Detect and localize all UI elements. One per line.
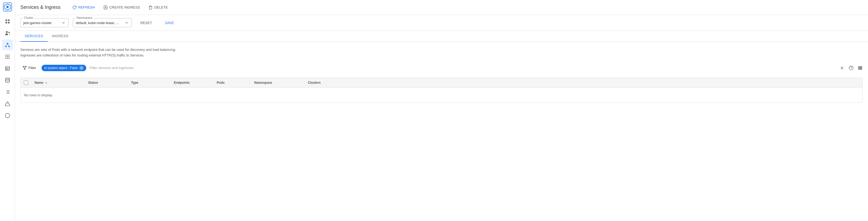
sidebar-icon-cluster[interactable] bbox=[2, 40, 13, 50]
sidebar-icon-apps[interactable] bbox=[2, 51, 13, 62]
namespace-select-wrapper: Namespace default, kube-node-lease, ... bbox=[73, 18, 132, 27]
reset-button[interactable]: RESET bbox=[136, 19, 156, 27]
svg-rect-4 bbox=[8, 20, 9, 21]
save-button[interactable]: SAVE bbox=[160, 19, 178, 27]
refresh-button[interactable]: REFRESH bbox=[69, 4, 98, 11]
delete-button[interactable]: DELETE bbox=[145, 4, 171, 11]
svg-point-10 bbox=[5, 46, 6, 47]
filter-chip: Is system object : False ✕ bbox=[41, 65, 86, 71]
svg-point-36 bbox=[5, 113, 10, 118]
cluster-select[interactable]: jest-games-cluster bbox=[20, 18, 69, 27]
svg-rect-21 bbox=[7, 58, 8, 59]
cluster-value: jest-games-cluster bbox=[23, 21, 52, 25]
svg-rect-23 bbox=[5, 67, 9, 71]
refresh-icon bbox=[72, 5, 76, 10]
cluster-label: Cluster bbox=[23, 16, 35, 19]
svg-point-9 bbox=[7, 43, 8, 44]
svg-rect-5 bbox=[5, 22, 7, 24]
svg-rect-47 bbox=[861, 66, 862, 70]
svg-rect-18 bbox=[7, 56, 8, 57]
data-table: Name Status Type Endpoints Pods bbox=[20, 78, 863, 103]
column-header-namespace[interactable]: Namespace bbox=[251, 81, 305, 84]
svg-rect-17 bbox=[5, 56, 6, 57]
table-header: Name Status Type Endpoints Pods bbox=[21, 78, 862, 88]
column-header-name[interactable]: Name bbox=[31, 81, 85, 84]
chevron-down-icon bbox=[61, 21, 66, 25]
sort-asc-icon bbox=[44, 81, 48, 84]
namespace-label: Namespace bbox=[75, 16, 93, 19]
svg-point-2 bbox=[6, 6, 8, 8]
column-header-clusters[interactable]: Clusters bbox=[305, 81, 862, 84]
sidebar-icon-list[interactable] bbox=[2, 87, 13, 98]
svg-line-13 bbox=[7, 44, 9, 46]
svg-rect-14 bbox=[5, 55, 6, 56]
app-logo[interactable] bbox=[3, 2, 12, 12]
plus-square-icon bbox=[103, 5, 108, 10]
namespace-select[interactable]: default, kube-node-lease, ... bbox=[73, 18, 132, 27]
header-actions: REFRESH CREATE INGRESS DELETE bbox=[69, 4, 171, 11]
toolbar: Cluster jest-games-cluster Namespace def… bbox=[15, 15, 868, 31]
main-content: Services & Ingress REFRESH CREATE INGRES… bbox=[15, 0, 868, 221]
sidebar bbox=[0, 0, 15, 221]
sidebar-icon-table[interactable] bbox=[2, 63, 13, 74]
svg-rect-3 bbox=[5, 20, 7, 21]
column-header-endpoints[interactable]: Endpoints bbox=[170, 81, 214, 84]
svg-point-8 bbox=[8, 32, 10, 33]
svg-rect-20 bbox=[5, 58, 6, 59]
header-checkbox-cell bbox=[21, 80, 31, 85]
description-text: Services are sets of Pods with a network… bbox=[20, 47, 181, 58]
svg-rect-15 bbox=[7, 55, 8, 56]
trash-icon bbox=[148, 5, 153, 10]
cluster-select-wrapper: Cluster jest-games-cluster bbox=[20, 18, 69, 27]
svg-marker-40 bbox=[23, 66, 26, 70]
filter-button[interactable]: Filter bbox=[20, 65, 38, 71]
filter-chip-text: Is system object : False bbox=[44, 66, 78, 70]
filter-row: Filter Is system object : False ✕ Filter… bbox=[20, 65, 863, 74]
page-header: Services & Ingress REFRESH CREATE INGRES… bbox=[15, 0, 868, 15]
sidebar-icon-users[interactable] bbox=[2, 28, 13, 39]
svg-rect-19 bbox=[8, 56, 9, 57]
help-icon[interactable] bbox=[849, 66, 854, 70]
columns-icon[interactable] bbox=[858, 66, 863, 70]
column-header-pods[interactable]: Pods bbox=[214, 81, 251, 84]
sidebar-icon-circle[interactable] bbox=[2, 110, 13, 121]
sidebar-icon-storage[interactable] bbox=[2, 75, 13, 86]
namespace-value: default, kube-node-lease, ... bbox=[76, 21, 119, 25]
filter-label: Filter bbox=[28, 66, 36, 70]
select-all-checkbox[interactable] bbox=[24, 80, 28, 85]
svg-rect-16 bbox=[8, 55, 9, 56]
create-ingress-button[interactable]: CREATE INGRESS bbox=[100, 4, 143, 11]
svg-point-27 bbox=[5, 78, 9, 79]
filter-icon bbox=[23, 66, 27, 70]
svg-point-11 bbox=[8, 46, 10, 47]
tab-services[interactable]: SERVICES bbox=[20, 31, 48, 42]
filter-chip-close[interactable]: ✕ bbox=[79, 66, 84, 70]
column-header-type[interactable]: Type bbox=[128, 81, 170, 84]
no-rows-message: No rows to display bbox=[21, 88, 862, 103]
column-header-status[interactable]: Status bbox=[85, 81, 128, 84]
svg-rect-22 bbox=[8, 58, 9, 59]
sidebar-icon-warning[interactable] bbox=[2, 99, 13, 109]
content-area: Services are sets of Pods with a network… bbox=[15, 42, 868, 221]
svg-rect-46 bbox=[860, 66, 861, 70]
close-icon[interactable] bbox=[840, 66, 844, 70]
sidebar-icon-dashboard[interactable] bbox=[2, 16, 13, 27]
svg-rect-45 bbox=[858, 66, 860, 70]
tab-ingress[interactable]: INGRESS bbox=[48, 31, 73, 42]
filter-placeholder[interactable]: Filter services and ingresses bbox=[90, 66, 134, 70]
tab-bar: SERVICES INGRESS bbox=[15, 31, 868, 42]
svg-line-12 bbox=[6, 44, 7, 46]
filter-actions bbox=[840, 66, 863, 70]
chevron-down-icon bbox=[125, 21, 129, 25]
svg-point-7 bbox=[6, 31, 8, 33]
page-title: Services & Ingress bbox=[20, 5, 61, 10]
svg-rect-6 bbox=[8, 22, 9, 24]
